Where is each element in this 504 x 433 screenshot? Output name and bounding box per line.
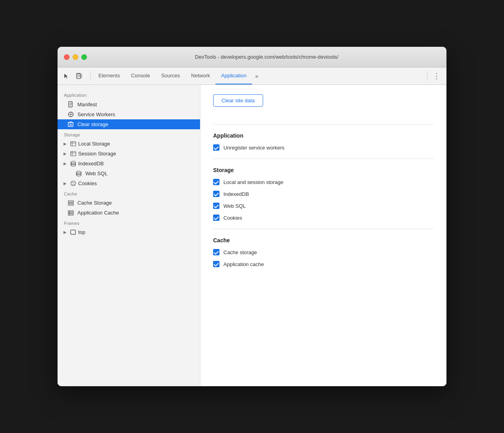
- content-section-application: Application Unregister service workers: [213, 132, 434, 151]
- sidebar-item-manifest[interactable]: Manifest: [58, 99, 200, 109]
- toolbar-icons: [61, 71, 85, 82]
- sidebar-item-application-cache[interactable]: Application Cache: [58, 208, 200, 218]
- devtools-window: DevTools - developers.google.com/web/too…: [58, 47, 446, 386]
- svg-point-38: [72, 184, 73, 185]
- unregister-sw-label[interactable]: Unregister service workers: [223, 145, 285, 151]
- cache-storage-label-content[interactable]: Cache storage: [223, 249, 257, 255]
- divider-1: [213, 124, 434, 125]
- indexeddb-icon: [69, 161, 77, 167]
- tab-application[interactable]: Application: [215, 67, 252, 84]
- checkbox-application-cache: Application cache: [213, 261, 434, 267]
- svg-rect-1: [78, 74, 79, 77]
- cookies-arrow-icon: ▶: [62, 181, 68, 186]
- svg-rect-45: [68, 214, 73, 215]
- application-cache-label: Application Cache: [77, 210, 119, 216]
- tab-elements[interactable]: Elements: [93, 67, 125, 84]
- cache-storage-icon: [67, 200, 74, 206]
- toolbar-divider-2: [427, 71, 427, 81]
- sidebar-item-service-workers[interactable]: Service Workers: [58, 109, 200, 119]
- cookies-icon: [69, 180, 77, 186]
- indexeddb-label-content[interactable]: IndexedDB: [223, 191, 249, 197]
- divider-2: [213, 159, 434, 159]
- sidebar-item-clear-storage[interactable]: Clear storage: [58, 119, 200, 129]
- toolbar: Elements Console Sources Network Applica…: [58, 67, 446, 85]
- sidebar-item-top[interactable]: ▶ top: [58, 227, 200, 237]
- tab-network[interactable]: Network: [186, 67, 216, 84]
- svg-rect-22: [71, 151, 76, 156]
- svg-rect-0: [77, 73, 81, 79]
- svg-rect-41: [68, 202, 73, 203]
- svg-point-39: [74, 184, 75, 185]
- devtools-menu-button[interactable]: ⋮: [430, 72, 443, 80]
- window-title: DevTools - developers.google.com/web/too…: [93, 54, 440, 60]
- sidebar-item-web-sql[interactable]: Web SQL: [58, 169, 200, 178]
- session-storage-icon: [69, 151, 77, 156]
- checkbox-cache-storage: Cache storage: [213, 249, 434, 255]
- sidebar-section-frames-label: Frames: [58, 218, 200, 227]
- service-workers-icon: [67, 111, 74, 117]
- local-storage-label: Local Storage: [78, 141, 110, 147]
- minimize-button[interactable]: [73, 54, 78, 60]
- close-button[interactable]: [64, 54, 69, 60]
- local-storage-arrow-icon: ▶: [62, 142, 68, 146]
- web-sql-checkbox[interactable]: [213, 203, 219, 209]
- manifest-icon: [67, 101, 74, 107]
- tab-list: Elements Console Sources Network Applica…: [93, 67, 425, 84]
- svg-rect-44: [68, 212, 73, 213]
- cookies-checkbox[interactable]: [213, 215, 219, 221]
- storage-section-heading: Storage: [213, 167, 434, 173]
- svg-rect-42: [68, 204, 73, 205]
- traffic-lights: [64, 54, 87, 60]
- sidebar-item-cache-storage[interactable]: Cache Storage: [58, 198, 200, 208]
- more-tabs-button[interactable]: »: [252, 67, 262, 84]
- application-section-heading: Application: [213, 132, 434, 139]
- titlebar: DevTools - developers.google.com/web/too…: [58, 47, 446, 67]
- cache-storage-label: Cache Storage: [77, 200, 112, 206]
- divider-3: [213, 229, 434, 229]
- clear-site-data-button[interactable]: Clear site data: [213, 94, 263, 107]
- svg-rect-19: [71, 142, 76, 146]
- session-storage-label: Session Storage: [78, 151, 116, 157]
- cache-section-heading: Cache: [213, 237, 434, 243]
- checkbox-cookies: Cookies: [213, 215, 434, 221]
- content-section-storage: Storage Local and session storage Indexe…: [213, 167, 434, 221]
- svg-rect-40: [68, 201, 73, 202]
- main-area: Application Manifest: [58, 85, 446, 386]
- local-session-storage-checkbox[interactable]: [213, 179, 219, 185]
- indexeddb-checkbox[interactable]: [213, 191, 219, 197]
- svg-point-35: [71, 181, 75, 186]
- svg-point-36: [72, 182, 73, 183]
- sidebar-section-storage-label: Storage: [58, 129, 200, 139]
- web-sql-label-content[interactable]: Web SQL: [223, 203, 246, 209]
- svg-point-29: [71, 165, 75, 166]
- checkbox-local-session-storage: Local and session storage: [213, 179, 434, 185]
- unregister-sw-checkbox[interactable]: [213, 144, 219, 151]
- device-icon[interactable]: [73, 71, 85, 82]
- svg-rect-43: [68, 211, 73, 212]
- maximize-button[interactable]: [81, 54, 87, 60]
- svg-rect-2: [81, 75, 82, 77]
- tab-console[interactable]: Console: [125, 67, 156, 84]
- session-storage-arrow-icon: ▶: [62, 151, 68, 156]
- clear-storage-icon: [67, 121, 74, 127]
- sidebar-item-indexeddb[interactable]: ▶ IndexedDB: [58, 159, 200, 169]
- sidebar-item-local-storage[interactable]: ▶ Local Storage: [58, 139, 200, 149]
- cache-storage-checkbox[interactable]: [213, 249, 219, 255]
- cookies-label-content[interactable]: Cookies: [223, 215, 242, 221]
- tab-sources[interactable]: Sources: [156, 67, 186, 84]
- cursor-icon[interactable]: [61, 71, 72, 82]
- content-section-cache: Cache Cache storage Application cache: [213, 237, 434, 267]
- sidebar-item-session-storage[interactable]: ▶ Session Storage: [58, 149, 200, 159]
- top-arrow-icon: ▶: [62, 230, 68, 234]
- application-cache-icon: [67, 210, 74, 216]
- sidebar-item-cookies[interactable]: ▶ Cookies: [58, 178, 200, 188]
- clear-storage-label: Clear storage: [77, 121, 108, 127]
- checkbox-unregister-sw: Unregister service workers: [213, 144, 434, 151]
- svg-point-37: [73, 182, 74, 183]
- manifest-label: Manifest: [77, 102, 97, 107]
- local-session-storage-label[interactable]: Local and session storage: [223, 179, 283, 185]
- svg-rect-47: [71, 230, 75, 234]
- application-cache-checkbox[interactable]: [213, 261, 219, 267]
- service-workers-label: Service Workers: [77, 111, 115, 117]
- application-cache-label-content[interactable]: Application cache: [223, 261, 264, 267]
